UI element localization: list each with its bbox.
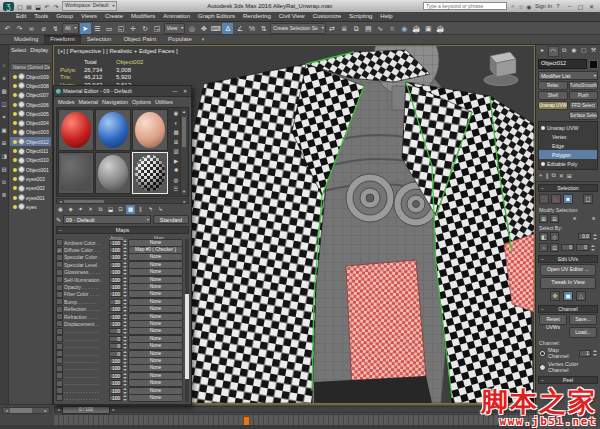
amount-field[interactable]: 100 <box>109 358 122 364</box>
display-cameras-icon[interactable]: ▣ <box>0 124 8 137</box>
stack-item[interactable]: Polygon <box>539 150 597 159</box>
amount-field[interactable]: 100 <box>109 388 122 394</box>
percent-snap-icon[interactable]: % <box>246 23 257 34</box>
menu-item[interactable]: Create <box>101 12 127 21</box>
visibility-icon[interactable] <box>13 205 17 209</box>
amount-field[interactable]: 100 <box>109 365 122 371</box>
modifier-button[interactable]: TurboSmooth <box>569 81 599 90</box>
map-checkbox[interactable] <box>56 365 63 372</box>
time-slider-handle[interactable]: 0 / 100 <box>62 406 110 414</box>
make-unique-icon[interactable]: ⧉ <box>96 205 105 214</box>
select-element-toggle-icon[interactable]: ◻ <box>583 194 593 204</box>
menu-item[interactable]: Animation <box>159 12 194 21</box>
display-lights-icon[interactable]: ✦ <box>0 111 8 124</box>
select-manipulate-icon[interactable]: ✥ <box>198 23 209 34</box>
visibility-icon[interactable] <box>13 121 17 125</box>
schematic-view-icon[interactable]: ⌗ <box>387 23 398 34</box>
menu-item[interactable]: Help <box>376 12 396 21</box>
quick-peel-icon[interactable]: ✥ <box>550 291 560 301</box>
material-editor-titlebar[interactable]: Material Editor - 09 - Default — ✕ <box>54 86 191 97</box>
ribbon-expand-icon[interactable]: ▾ <box>198 35 209 44</box>
redo-icon[interactable]: ↷ <box>52 3 60 10</box>
load-button[interactable]: Load... <box>569 327 597 338</box>
display-groups-icon[interactable]: ▤ <box>0 163 8 176</box>
amount-spinner[interactable] <box>123 299 127 305</box>
stack-item[interactable]: Unwrap UVW <box>539 123 597 132</box>
amount-spinner[interactable] <box>123 388 127 394</box>
map-checkbox[interactable]: ✓ <box>56 247 63 254</box>
menu-item[interactable]: Scripting <box>345 12 376 21</box>
amount-spinner[interactable] <box>123 247 127 253</box>
amount-spinner[interactable] <box>123 284 127 290</box>
amount-spinner[interactable] <box>123 328 127 334</box>
uv-edit-mode-icon[interactable]: ▣ <box>563 291 573 301</box>
go-to-parent-icon[interactable]: ↰ <box>146 205 155 214</box>
sign-in-button[interactable]: Sign In <box>535 3 552 9</box>
menu-item[interactable]: Modes <box>57 99 76 105</box>
map-checkbox[interactable] <box>56 387 63 394</box>
planar-angle-icon[interactable]: ◇ <box>550 232 559 241</box>
menu-item[interactable]: Modifiers <box>127 12 159 21</box>
reset-map-icon[interactable]: ✕ <box>86 205 95 214</box>
visibility-icon[interactable] <box>13 186 17 190</box>
map-checkbox[interactable] <box>56 284 63 291</box>
modifier-button[interactable]: Unwrap UVW <box>538 101 568 110</box>
angle-snap-icon[interactable]: ∠ <box>234 23 245 34</box>
map-button[interactable]: None <box>128 342 183 350</box>
select-link-icon[interactable]: ∞ <box>26 23 37 34</box>
configure-modifier-sets-icon[interactable]: ⊞ <box>567 172 572 179</box>
modifier-button[interactable]: Relax <box>538 81 568 90</box>
amount-field[interactable]: 100 <box>109 277 122 283</box>
loop-selection-icon[interactable]: ≡ <box>590 214 597 223</box>
save-button[interactable]: Save... <box>569 314 597 325</box>
amount-spinner[interactable] <box>123 336 127 342</box>
unlink-selection-icon[interactable]: ⌀ <box>38 23 49 34</box>
maximize-button[interactable]: ▢ <box>575 3 586 10</box>
viewcube[interactable] <box>484 52 518 86</box>
material-slot[interactable] <box>58 109 94 151</box>
modifier-button[interactable]: Surface Select <box>569 111 599 120</box>
map-checkbox[interactable] <box>56 306 63 313</box>
new-scene-icon[interactable]: ▢ <box>16 3 24 10</box>
open-file-icon[interactable]: ▤ <box>25 3 33 10</box>
material-slot[interactable] <box>95 109 131 151</box>
map-checkbox[interactable] <box>56 320 63 327</box>
menu-item[interactable]: Options <box>131 99 152 105</box>
menu-item[interactable]: Graph Editors <box>194 12 239 21</box>
modifier-button[interactable]: Shell <box>538 91 568 100</box>
map-checkbox[interactable] <box>56 357 63 364</box>
menu-item[interactable]: Rendering <box>239 12 275 21</box>
select-smoothing-group-icon[interactable]: ◔ <box>539 243 548 252</box>
close-button[interactable]: ✕ <box>181 88 189 94</box>
visibility-icon[interactable] <box>13 84 17 88</box>
menu-item[interactable]: Group <box>52 12 77 21</box>
edge-mode-icon[interactable]: ◺ <box>551 194 561 204</box>
amount-field[interactable]: 0 <box>109 343 122 349</box>
help-icon[interactable]: ? <box>554 3 562 9</box>
named-selection-dropdown[interactable]: Create Selection Se <box>270 23 325 34</box>
amount-field[interactable]: 100 <box>109 373 122 379</box>
select-object-icon[interactable]: ➤ <box>80 23 91 34</box>
list-item[interactable]: Object010 <box>10 156 51 165</box>
amount-field[interactable]: 100 <box>109 395 122 401</box>
visibility-icon[interactable] <box>13 103 17 107</box>
create-tab[interactable]: ▸ <box>538 46 547 57</box>
pin-stack-icon[interactable]: ⌖ <box>539 172 542 179</box>
favorites-star-icon[interactable]: ☆ <box>517 3 525 10</box>
grow-selection-icon[interactable]: ⊞ <box>539 214 548 223</box>
list-item[interactable]: Object009 <box>10 72 51 81</box>
peel-rollout-header[interactable]: Peel <box>538 376 598 384</box>
show-end-result-icon[interactable]: ∥ <box>136 205 145 214</box>
render-setup-icon[interactable]: ☕ <box>411 23 422 34</box>
visibility-icon[interactable] <box>13 130 17 134</box>
list-item[interactable]: Object001 <box>10 165 51 174</box>
ribbon-tab[interactable]: Object Paint <box>117 35 162 44</box>
modify-tab[interactable]: ◠ <box>548 46 559 57</box>
map-checkbox[interactable] <box>56 380 63 387</box>
visibility-icon[interactable] <box>13 177 17 181</box>
maps-vscrollbar[interactable] <box>185 239 189 402</box>
map-checkbox[interactable] <box>56 239 63 246</box>
map-checkbox[interactable] <box>56 261 63 268</box>
undo-icon[interactable]: ↶ <box>2 23 13 34</box>
modifier-bulb-icon[interactable] <box>541 162 545 166</box>
